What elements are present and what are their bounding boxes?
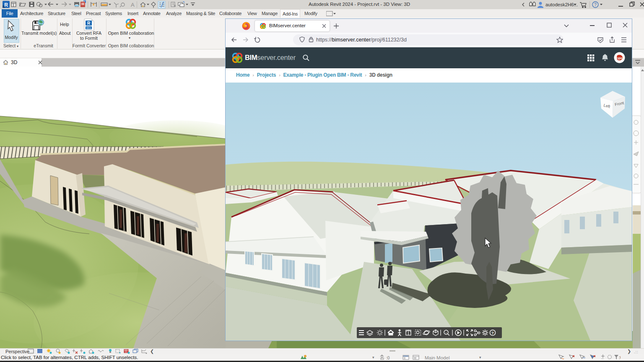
- svg-text:R: R: [87, 21, 91, 26]
- svg-text::0: :0: [386, 356, 390, 360]
- svg-text:i: i: [446, 331, 446, 334]
- svg-text:autodesk2H6...: autodesk2H6...: [545, 2, 578, 7]
- svg-text:RFA: RFA: [86, 27, 91, 29]
- svg-text:A: A: [131, 2, 135, 8]
- svg-text:?: ?: [491, 331, 494, 335]
- svg-text::0: :0: [619, 355, 621, 360]
- svg-text:cype: cype: [616, 57, 623, 60]
- svg-text:R: R: [4, 2, 8, 8]
- svg-text:?: ?: [594, 3, 597, 7]
